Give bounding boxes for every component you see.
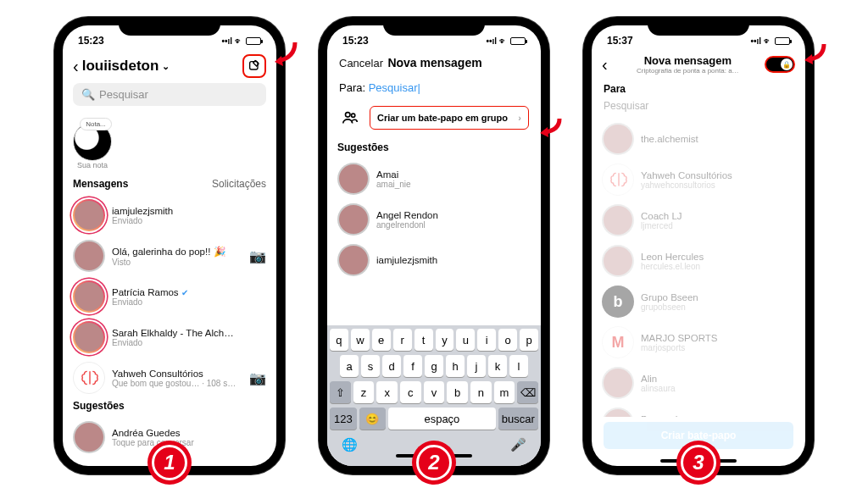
delete-key[interactable]: ⌫ [517, 381, 538, 403]
page-title: Nova mensagem [611, 54, 765, 67]
key[interactable]: j [467, 355, 486, 377]
message-preview: Enviado [112, 338, 239, 347]
key[interactable]: d [382, 355, 401, 377]
key[interactable]: b [447, 381, 468, 403]
back-button[interactable]: ‹ [73, 57, 79, 76]
create-group-chat-button[interactable]: Criar um bate-papo em grupo › [370, 106, 529, 130]
step-badge-3: 3 [676, 441, 721, 485]
message-preview: Visto [112, 258, 239, 267]
message-row[interactable]: Yahweh ConsultóriosQue bom que gostou… ·… [63, 358, 276, 398]
mic-icon[interactable]: 🎤 [510, 437, 526, 452]
suggestion-row[interactable]: iamjulezjsmith [327, 240, 541, 280]
suggestion-row[interactable]: Amaiamai_nie [327, 158, 541, 199]
key[interactable]: o [498, 329, 517, 351]
contact-name: Patrícia Ramos ✔ [112, 287, 239, 297]
callout-arrow-2 [536, 115, 565, 141]
key[interactable]: e [372, 329, 391, 351]
status-time: 15:23 [342, 35, 369, 47]
back-button[interactable]: ‹ [602, 55, 608, 75]
key[interactable]: i [477, 329, 496, 351]
emoji-key[interactable]: 😊 [359, 408, 387, 430]
contact-name: Olá, galerinha do pop!! 🎉 [112, 246, 239, 258]
group-icon [339, 107, 361, 129]
message-row[interactable]: iamjulezjsmithEnviado [63, 195, 276, 236]
search-icon: 🔍 [81, 88, 95, 101]
callout-arrow-3 [800, 41, 829, 68]
key[interactable]: f [403, 355, 422, 377]
key[interactable]: s [361, 355, 380, 377]
key[interactable]: w [351, 329, 370, 351]
e2ee-toggle[interactable]: 🔒 [765, 56, 795, 73]
key[interactable]: c [400, 381, 421, 403]
key[interactable]: p [520, 329, 538, 351]
key[interactable]: k [488, 355, 507, 377]
message-row[interactable]: Sarah Elkhaldy - The AlchemistEnviado [63, 317, 276, 358]
svg-point-1 [346, 113, 351, 118]
phone-notch [648, 17, 749, 36]
key[interactable]: v [424, 381, 445, 403]
avatar [73, 421, 105, 453]
contact-row[interactable]: Coach LJljmerced [592, 200, 805, 241]
section-messages: Mensagens [73, 178, 128, 190]
key[interactable]: n [470, 381, 492, 403]
contact-row[interactable]: Alinalinsaura [592, 363, 805, 403]
message-preview: Que bom que gostou… · 108 sem [112, 379, 239, 388]
key[interactable]: y [436, 329, 454, 351]
svg-point-2 [352, 114, 355, 117]
notes-tray[interactable]: Nota... Sua nota [63, 113, 276, 176]
key[interactable]: x [376, 381, 398, 403]
avatar: M [602, 326, 634, 358]
shift-key[interactable]: ⇧ [330, 381, 351, 403]
key[interactable]: g [425, 355, 443, 377]
key[interactable]: t [415, 329, 433, 351]
key[interactable]: h [446, 355, 465, 377]
compose-button[interactable] [242, 54, 266, 78]
phone-notch [119, 17, 220, 36]
avatar [337, 203, 370, 236]
avatar [73, 280, 105, 313]
key[interactable]: q [330, 329, 348, 351]
suggestions-list[interactable]: Amaiamai_nieAngel Rendonangelrendonliamj… [327, 158, 541, 280]
to-field[interactable]: Para: Pesquisar| [327, 76, 541, 99]
key[interactable]: u [456, 329, 475, 351]
numbers-key[interactable]: 123 [330, 408, 357, 430]
globe-icon[interactable]: 🌐 [342, 437, 358, 452]
contact-name: iamjulezjsmith [112, 206, 239, 216]
search-input[interactable]: Pesquisar [592, 97, 805, 119]
contact-row[interactable]: the.alchemist [592, 119, 805, 159]
message-row[interactable]: Olá, galerinha do pop!! 🎉Visto📷 [63, 236, 276, 276]
go-key[interactable]: buscar [498, 408, 538, 430]
camera-icon[interactable]: 📷 [249, 248, 266, 264]
message-preview: Enviado [112, 297, 239, 307]
section-suggestions: Sugestões [337, 141, 389, 153]
message-row[interactable]: Patrícia Ramos ✔Enviado [63, 276, 276, 317]
key[interactable]: m [494, 381, 515, 403]
contact-row[interactable]: Yahweh Consultóriosyahwehconsultorios [592, 159, 805, 200]
avatar [73, 240, 105, 272]
avatar [337, 244, 370, 276]
avatar [73, 321, 105, 353]
search-input[interactable]: 🔍 Pesquisar [73, 83, 266, 106]
suggestion-row[interactable]: Angel Rendonangelrendonl [327, 199, 541, 240]
contact-name: Sarah Elkhaldy - The Alchemist [112, 328, 239, 338]
key[interactable]: z [353, 381, 375, 403]
avatar [337, 163, 370, 195]
note-bubble[interactable]: Nota... [80, 118, 112, 130]
avatar [73, 199, 105, 231]
contact-row[interactable]: MMARJO SPORTSmarjosports [592, 322, 805, 363]
contact-row[interactable]: bGrupo Bseengrupobseen [592, 281, 805, 322]
contact-row[interactable]: Beyoncé ✔beyonce [592, 403, 805, 417]
callout-arrow-1 [270, 39, 300, 69]
account-switcher[interactable]: louiisdeton⌄ [82, 58, 170, 75]
contact-row[interactable]: Leon Herculeshercules.el.leon [592, 241, 805, 281]
messages-list[interactable]: iamjulezjsmithEnviadoOlá, galerinha do p… [63, 195, 276, 466]
key[interactable]: r [393, 329, 412, 351]
camera-icon[interactable]: 📷 [249, 370, 266, 386]
avatar [602, 245, 634, 277]
phone-notch [383, 17, 485, 36]
requests-link[interactable]: Solicitações [212, 178, 266, 190]
space-key[interactable]: espaço [388, 408, 495, 430]
cancel-button[interactable]: Cancelar [339, 57, 383, 69]
key[interactable]: l [509, 355, 528, 377]
key[interactable]: a [340, 355, 359, 377]
